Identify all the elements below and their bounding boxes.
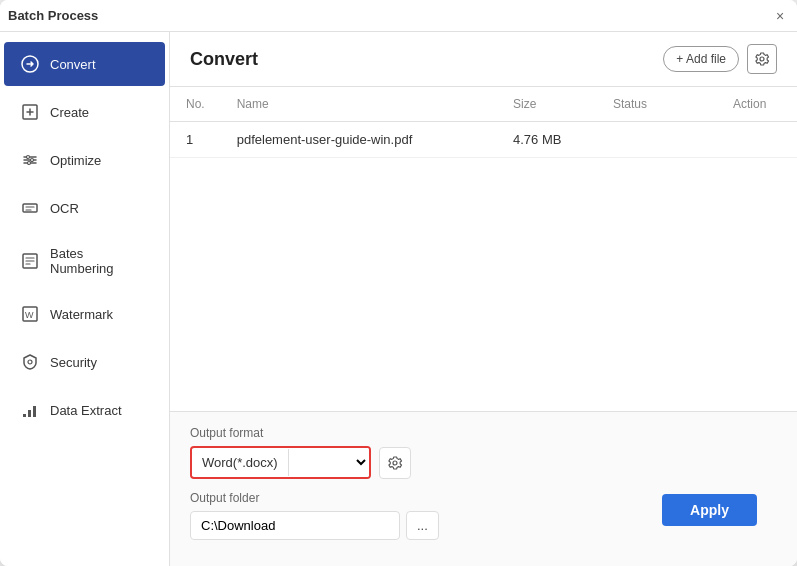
format-row: Word(*.docx) — [190, 446, 777, 479]
sidebar-item-ocr[interactable]: OCR — [4, 186, 165, 230]
sidebar-item-data-extract[interactable]: Data Extract — [4, 388, 165, 432]
bates-icon — [20, 251, 40, 271]
output-format-group: Output format Word(*.docx) — [190, 426, 777, 479]
title-bar-text: Batch Process — [8, 8, 98, 23]
data-extract-icon — [20, 400, 40, 420]
svg-rect-19 — [28, 410, 31, 417]
format-select-wrapper: Word(*.docx) — [190, 446, 371, 479]
sidebar-item-create-label: Create — [50, 105, 89, 120]
output-format-label: Output format — [190, 426, 777, 440]
cell-name: pdfelement-user-guide-win.pdf — [221, 122, 497, 158]
convert-icon — [20, 54, 40, 74]
panel-header: Convert + Add file — [170, 32, 797, 87]
svg-rect-8 — [23, 204, 37, 212]
bottom-panel: Output format Word(*.docx) — [170, 411, 797, 566]
bottom-panel-inner: Output format Word(*.docx) — [190, 426, 777, 540]
format-prefix: Word(*.docx) — [192, 449, 289, 476]
sidebar-item-watermark[interactable]: W Watermark — [4, 292, 165, 336]
col-no: No. — [170, 87, 221, 122]
optimize-icon — [20, 150, 40, 170]
svg-point-5 — [27, 156, 30, 159]
ocr-icon — [20, 198, 40, 218]
title-bar: Batch Process × — [0, 0, 797, 32]
svg-text:W: W — [25, 310, 34, 320]
security-icon — [20, 352, 40, 372]
browse-button[interactable]: ... — [406, 511, 439, 540]
sidebar-item-security[interactable]: Security — [4, 340, 165, 384]
sidebar-item-ocr-label: OCR — [50, 201, 79, 216]
sidebar-item-watermark-label: Watermark — [50, 307, 113, 322]
col-action: Action — [717, 87, 797, 122]
format-select[interactable] — [289, 448, 369, 477]
svg-rect-18 — [23, 414, 26, 417]
panel-title: Convert — [190, 49, 258, 70]
sidebar-item-data-extract-label: Data Extract — [50, 403, 122, 418]
header-actions: + Add file — [663, 44, 777, 74]
watermark-icon: W — [20, 304, 40, 324]
add-file-button[interactable]: + Add file — [663, 46, 739, 72]
file-table: No. Name Size Status Action 1 pdfelement… — [170, 87, 797, 158]
cell-no: 1 — [170, 122, 221, 158]
sidebar-item-bates-label: Bates Numbering — [50, 246, 149, 276]
sidebar-item-convert-label: Convert — [50, 57, 96, 72]
sidebar-item-create[interactable]: Create — [4, 90, 165, 134]
cell-status — [597, 122, 717, 158]
svg-point-17 — [28, 360, 32, 364]
settings-icon-button[interactable] — [747, 44, 777, 74]
cell-size: 4.76 MB — [497, 122, 597, 158]
close-button[interactable]: × — [771, 7, 789, 25]
col-size: Size — [497, 87, 597, 122]
svg-point-7 — [28, 162, 31, 165]
svg-rect-20 — [33, 406, 36, 417]
right-panel: Convert + Add file No. — [170, 32, 797, 566]
col-status: Status — [597, 87, 717, 122]
cell-action — [717, 122, 797, 158]
main-window: Batch Process × Convert — [0, 0, 797, 566]
col-name: Name — [221, 87, 497, 122]
apply-button[interactable]: Apply — [662, 494, 757, 526]
format-settings-button[interactable] — [379, 447, 411, 479]
folder-path-input[interactable] — [190, 511, 400, 540]
table-row: 1 pdfelement-user-guide-win.pdf 4.76 MB — [170, 122, 797, 158]
sidebar: Convert Create — [0, 32, 170, 566]
sidebar-item-security-label: Security — [50, 355, 97, 370]
svg-point-6 — [31, 159, 34, 162]
sidebar-item-bates-numbering[interactable]: Bates Numbering — [4, 234, 165, 288]
sidebar-item-optimize-label: Optimize — [50, 153, 101, 168]
create-icon — [20, 102, 40, 122]
sidebar-item-optimize[interactable]: Optimize — [4, 138, 165, 182]
sidebar-item-convert[interactable]: Convert — [4, 42, 165, 86]
file-table-area: No. Name Size Status Action 1 pdfelement… — [170, 87, 797, 411]
main-content: Convert Create — [0, 32, 797, 566]
